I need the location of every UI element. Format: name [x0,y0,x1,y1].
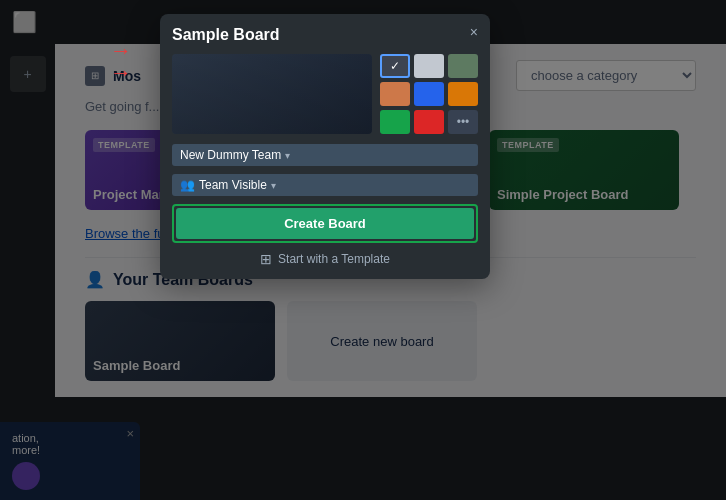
team-dropdown-arrow-icon: ▾ [285,150,290,161]
visibility-label: Team Visible [199,178,267,192]
start-template-row: ⊞ Start with a Template [172,251,478,267]
visibility-arrow-icon: ▾ [271,180,276,191]
swatch-green[interactable] [380,110,410,134]
popup-modal: × Sample Board ✓ ••• New Dummy Team ▾ [160,14,490,279]
swatch-white[interactable] [414,54,444,78]
visibility-dropdown-row: 👥 Team Visible ▾ [172,174,478,196]
swatch-orange[interactable] [380,82,410,106]
popup-board-preview [172,54,372,134]
swatch-yellow[interactable] [448,82,478,106]
visibility-dropdown[interactable]: 👥 Team Visible ▾ [172,174,478,196]
swatch-check[interactable]: ✓ [380,54,410,78]
popup-close-button[interactable]: × [470,24,478,40]
swatch-more[interactable]: ••• [448,110,478,134]
start-template-icon: ⊞ [260,251,272,267]
team-dropdown-label: New Dummy Team [180,148,281,162]
swatch-blue[interactable] [414,82,444,106]
check-icon: ✓ [390,59,400,73]
create-board-button[interactable]: Create Board [176,208,474,239]
team-dropdown[interactable]: New Dummy Team ▾ [172,144,478,166]
start-template-link[interactable]: Start with a Template [278,252,390,266]
create-board-wrapper: Create Board [172,204,478,243]
team-dropdown-row: New Dummy Team ▾ [172,144,478,166]
red-arrow-2: → [110,60,132,86]
swatch-darkgreen[interactable] [448,54,478,78]
visibility-icon: 👥 [180,178,195,192]
popup-title: Sample Board [172,26,478,44]
swatch-red[interactable] [414,110,444,134]
color-swatches: ✓ ••• [380,54,478,134]
